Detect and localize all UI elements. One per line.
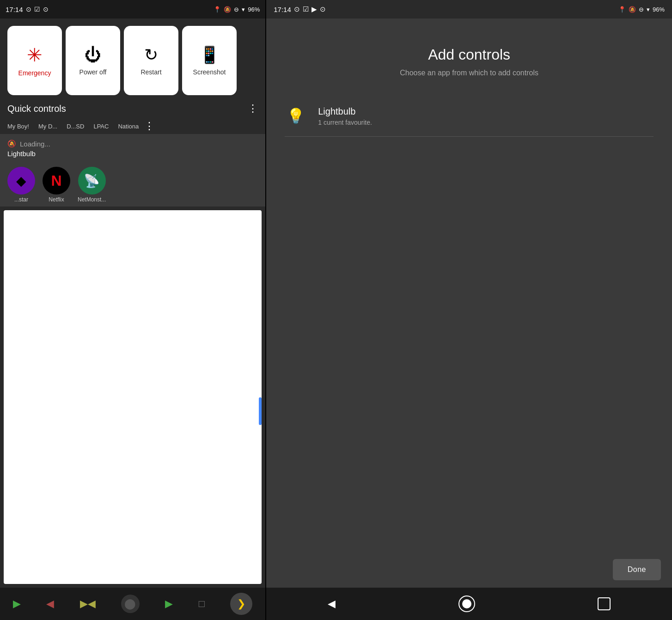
app-icon-star[interactable]: ◆ ...star bbox=[7, 167, 35, 203]
done-button[interactable]: Done bbox=[613, 559, 661, 580]
lightbulb-list-item[interactable]: 💡 Lightbulb 1 current favourite. bbox=[285, 96, 654, 136]
done-button-area: Done bbox=[266, 552, 672, 588]
emergency-label: Emergency bbox=[18, 69, 51, 77]
lightbulb-icon: 💡 bbox=[287, 107, 305, 125]
r-icon1: ⊙ bbox=[294, 5, 300, 13]
nav-square-btn[interactable]: □ bbox=[199, 598, 205, 610]
restart-label: Restart bbox=[141, 68, 161, 76]
tab-myd[interactable]: My D... bbox=[35, 121, 61, 132]
screenshot-label: Screenshot bbox=[193, 68, 226, 76]
right-panel: 17:14 ⊙ ☑ ▶ ⊙ 📍 🔕 ⊖ ▾ 96% Add controls C… bbox=[266, 0, 672, 620]
app-icons-row: ◆ ...star N Netflix 📡 NetMonst... bbox=[0, 163, 265, 207]
app-icon-circle-netmonst: 📡 bbox=[78, 167, 106, 195]
wifi-icon: ▾ bbox=[242, 6, 245, 13]
add-controls-content: Add controls Choose an app from which to… bbox=[266, 18, 672, 552]
lightbulb-info: Lightbulb 1 current favourite. bbox=[318, 106, 372, 126]
more-options-button[interactable]: ⋮ bbox=[248, 103, 258, 115]
r-icon4: ⊙ bbox=[320, 5, 326, 13]
power-menu: ✳ Emergency ⏻ Power off ↻ Restart 📱 Scre… bbox=[0, 18, 265, 101]
r-silent-icon: 🔕 bbox=[629, 6, 636, 13]
status-bar-right: 17:14 ⊙ ☑ ▶ ⊙ 📍 🔕 ⊖ ▾ 96% bbox=[266, 0, 672, 18]
tabs-more-icon[interactable]: ⋮ bbox=[144, 120, 154, 132]
power-off-button[interactable]: ⏻ Power off bbox=[66, 26, 120, 95]
nav-play-green[interactable]: ▶ bbox=[13, 598, 21, 610]
scroll-indicator[interactable] bbox=[259, 397, 262, 425]
restart-icon: ↻ bbox=[144, 45, 158, 65]
nav-bar-left: ▶ ◀ ▶◀ ⬤ ▶ □ ❯ bbox=[0, 588, 265, 620]
nav-home-circle[interactable]: ⬤ bbox=[121, 595, 140, 613]
nav-back-right[interactable]: ◀ bbox=[328, 598, 336, 610]
loading-bell-icon: 🔕 bbox=[7, 140, 16, 148]
app-icon-circle-netflix: N bbox=[43, 167, 70, 195]
emergency-icon: ✳ bbox=[27, 44, 43, 66]
r-battery: 96% bbox=[653, 6, 665, 13]
app-icon-netflix[interactable]: N Netflix bbox=[43, 167, 70, 203]
quick-controls-title: Quick controls bbox=[7, 103, 66, 114]
r-location-icon: 📍 bbox=[618, 6, 626, 13]
location-icon: 📍 bbox=[214, 6, 221, 13]
loading-row: 🔕 Loading... bbox=[7, 140, 258, 148]
nav-recents-right[interactable] bbox=[598, 597, 611, 610]
tab-dsd[interactable]: D...SD bbox=[63, 121, 88, 132]
tab-myboy[interactable]: My Boy! bbox=[4, 121, 33, 132]
screenshot-icon: 📱 bbox=[199, 45, 220, 65]
loading-text: Loading... bbox=[20, 140, 50, 148]
status-icon-2: ☑ bbox=[34, 6, 40, 13]
add-controls-subtitle: Choose an app from which to add controls bbox=[400, 69, 538, 77]
app-icon-netmonst[interactable]: 📡 NetMonst... bbox=[78, 167, 106, 203]
r-icon2: ☑ bbox=[303, 5, 309, 13]
screenshot-button[interactable]: 📱 Screenshot bbox=[182, 26, 237, 95]
content-area bbox=[4, 210, 262, 584]
add-controls-title: Add controls bbox=[428, 46, 510, 63]
app-label-star: ...star bbox=[14, 196, 28, 203]
nav-bar-right: ◀ bbox=[266, 588, 672, 620]
battery-left: 96% bbox=[248, 6, 260, 13]
r-dnd-icon: ⊖ bbox=[639, 6, 644, 13]
silent-icon: 🔕 bbox=[224, 6, 231, 13]
list-divider bbox=[285, 136, 654, 137]
r-wifi-icon: ▾ bbox=[647, 6, 650, 13]
status-icon-1: ⊙ bbox=[26, 6, 31, 13]
emergency-button[interactable]: ✳ Emergency bbox=[7, 26, 62, 95]
power-off-icon: ⏻ bbox=[85, 45, 101, 65]
nav-home-right[interactable] bbox=[458, 596, 475, 612]
r-icon3: ▶ bbox=[312, 5, 317, 13]
loading-app-name: Lightbulb bbox=[7, 150, 258, 158]
status-bar-left-content: 17:14 ⊙ ☑ ⊙ bbox=[6, 6, 49, 13]
loading-section: 🔕 Loading... Lightbulb bbox=[0, 134, 265, 163]
power-off-label: Power off bbox=[79, 68, 107, 76]
app-icon-circle-star: ◆ bbox=[7, 167, 35, 195]
tab-national[interactable]: Nationa bbox=[114, 121, 142, 132]
app-tabs: My Boy! My D... D...SD LPAC Nationa ⋮ bbox=[0, 118, 265, 134]
tab-lpac[interactable]: LPAC bbox=[90, 121, 112, 132]
status-bar-left: 17:14 ⊙ ☑ ⊙ 📍 🔕 ⊖ ▾ 96% bbox=[0, 0, 265, 18]
nav-double-play[interactable]: ▶◀ bbox=[80, 598, 96, 610]
lightbulb-title: Lightbulb bbox=[318, 106, 372, 117]
restart-button[interactable]: ↻ Restart bbox=[124, 26, 178, 95]
app-label-netflix: Netflix bbox=[49, 196, 64, 203]
nav-back-red[interactable]: ◀ bbox=[46, 598, 54, 610]
quick-controls-header: Quick controls ⋮ bbox=[0, 101, 265, 118]
app-label-netmonst: NetMonst... bbox=[78, 196, 106, 203]
nav-special-btn[interactable]: ❯ bbox=[230, 593, 252, 615]
nav-play-green2[interactable]: ▶ bbox=[165, 598, 173, 610]
status-bar-right-content: 📍 🔕 ⊖ ▾ 96% bbox=[214, 6, 260, 13]
left-panel: 17:14 ⊙ ☑ ⊙ 📍 🔕 ⊖ ▾ 96% ✳ Emergency ⏻ Po… bbox=[0, 0, 265, 620]
time-right: 17:14 bbox=[274, 6, 291, 13]
lightbulb-subtitle: 1 current favourite. bbox=[318, 119, 372, 126]
status-icon-3: ⊙ bbox=[43, 6, 49, 13]
time-left: 17:14 bbox=[6, 6, 23, 13]
lightbulb-icon-container: 💡 bbox=[285, 105, 307, 127]
dnd-icon: ⊖ bbox=[234, 6, 239, 13]
